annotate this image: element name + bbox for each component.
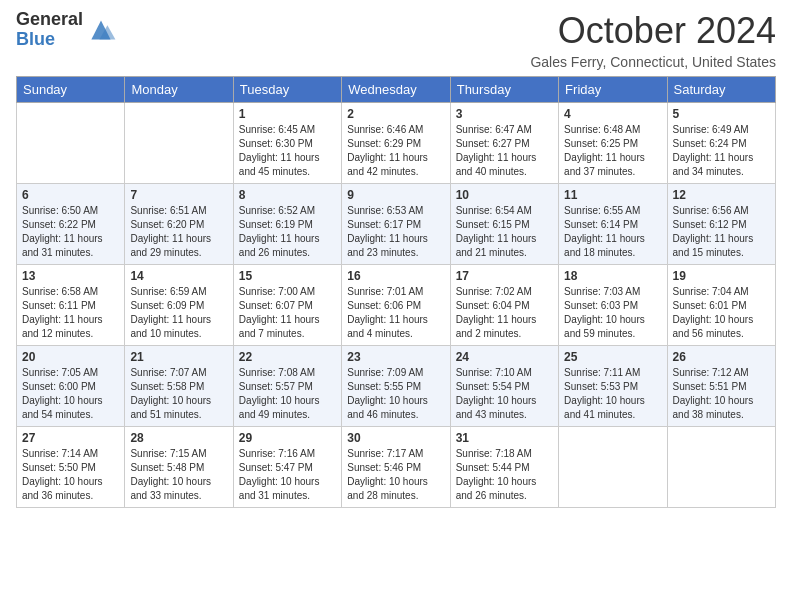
day-info: Sunrise: 7:14 AMSunset: 5:50 PMDaylight:… (22, 447, 119, 503)
day-info: Sunrise: 6:46 AMSunset: 6:29 PMDaylight:… (347, 123, 444, 179)
day-info: Sunrise: 7:09 AMSunset: 5:55 PMDaylight:… (347, 366, 444, 422)
day-number: 24 (456, 350, 553, 364)
day-number: 6 (22, 188, 119, 202)
calendar-cell: 29Sunrise: 7:16 AMSunset: 5:47 PMDayligh… (233, 427, 341, 508)
page-container: General Blue October 2024 Gales Ferry, C… (0, 0, 792, 508)
day-number: 27 (22, 431, 119, 445)
day-info: Sunrise: 6:59 AMSunset: 6:09 PMDaylight:… (130, 285, 227, 341)
day-number: 13 (22, 269, 119, 283)
day-number: 22 (239, 350, 336, 364)
calendar-cell: 9Sunrise: 6:53 AMSunset: 6:17 PMDaylight… (342, 184, 450, 265)
day-number: 11 (564, 188, 661, 202)
day-number: 30 (347, 431, 444, 445)
header: General Blue October 2024 Gales Ferry, C… (0, 0, 792, 76)
calendar-cell: 17Sunrise: 7:02 AMSunset: 6:04 PMDayligh… (450, 265, 558, 346)
calendar-cell: 12Sunrise: 6:56 AMSunset: 6:12 PMDayligh… (667, 184, 775, 265)
calendar-cell: 30Sunrise: 7:17 AMSunset: 5:46 PMDayligh… (342, 427, 450, 508)
day-number: 15 (239, 269, 336, 283)
day-number: 26 (673, 350, 770, 364)
calendar-cell (125, 103, 233, 184)
calendar-cell: 3Sunrise: 6:47 AMSunset: 6:27 PMDaylight… (450, 103, 558, 184)
day-info: Sunrise: 7:00 AMSunset: 6:07 PMDaylight:… (239, 285, 336, 341)
day-info: Sunrise: 7:04 AMSunset: 6:01 PMDaylight:… (673, 285, 770, 341)
day-info: Sunrise: 6:55 AMSunset: 6:14 PMDaylight:… (564, 204, 661, 260)
day-info: Sunrise: 7:15 AMSunset: 5:48 PMDaylight:… (130, 447, 227, 503)
day-number: 25 (564, 350, 661, 364)
calendar-cell: 6Sunrise: 6:50 AMSunset: 6:22 PMDaylight… (17, 184, 125, 265)
calendar-cell: 18Sunrise: 7:03 AMSunset: 6:03 PMDayligh… (559, 265, 667, 346)
day-number: 28 (130, 431, 227, 445)
day-number: 8 (239, 188, 336, 202)
day-number: 23 (347, 350, 444, 364)
day-info: Sunrise: 7:10 AMSunset: 5:54 PMDaylight:… (456, 366, 553, 422)
calendar-cell: 28Sunrise: 7:15 AMSunset: 5:48 PMDayligh… (125, 427, 233, 508)
calendar-cell: 24Sunrise: 7:10 AMSunset: 5:54 PMDayligh… (450, 346, 558, 427)
calendar-cell: 31Sunrise: 7:18 AMSunset: 5:44 PMDayligh… (450, 427, 558, 508)
title-section: October 2024 Gales Ferry, Connecticut, U… (530, 10, 776, 70)
calendar-cell (559, 427, 667, 508)
day-number: 16 (347, 269, 444, 283)
calendar-cell: 14Sunrise: 6:59 AMSunset: 6:09 PMDayligh… (125, 265, 233, 346)
day-header: Wednesday (342, 77, 450, 103)
logo-general: General (16, 10, 83, 30)
day-info: Sunrise: 7:01 AMSunset: 6:06 PMDaylight:… (347, 285, 444, 341)
day-info: Sunrise: 6:58 AMSunset: 6:11 PMDaylight:… (22, 285, 119, 341)
calendar-cell: 1Sunrise: 6:45 AMSunset: 6:30 PMDaylight… (233, 103, 341, 184)
day-info: Sunrise: 6:47 AMSunset: 6:27 PMDaylight:… (456, 123, 553, 179)
day-info: Sunrise: 6:52 AMSunset: 6:19 PMDaylight:… (239, 204, 336, 260)
calendar-cell: 21Sunrise: 7:07 AMSunset: 5:58 PMDayligh… (125, 346, 233, 427)
month-title: October 2024 (530, 10, 776, 52)
day-number: 5 (673, 107, 770, 121)
day-number: 31 (456, 431, 553, 445)
day-number: 20 (22, 350, 119, 364)
calendar-cell: 8Sunrise: 6:52 AMSunset: 6:19 PMDaylight… (233, 184, 341, 265)
calendar-table: SundayMondayTuesdayWednesdayThursdayFrid… (16, 76, 776, 508)
day-number: 21 (130, 350, 227, 364)
calendar-cell: 7Sunrise: 6:51 AMSunset: 6:20 PMDaylight… (125, 184, 233, 265)
calendar-cell: 13Sunrise: 6:58 AMSunset: 6:11 PMDayligh… (17, 265, 125, 346)
logo-icon (85, 14, 117, 46)
logo-text: General Blue (16, 10, 83, 50)
calendar-cell: 27Sunrise: 7:14 AMSunset: 5:50 PMDayligh… (17, 427, 125, 508)
calendar-cell: 22Sunrise: 7:08 AMSunset: 5:57 PMDayligh… (233, 346, 341, 427)
logo: General Blue (16, 10, 117, 50)
day-header: Sunday (17, 77, 125, 103)
day-number: 3 (456, 107, 553, 121)
day-number: 17 (456, 269, 553, 283)
day-info: Sunrise: 7:11 AMSunset: 5:53 PMDaylight:… (564, 366, 661, 422)
day-number: 4 (564, 107, 661, 121)
calendar-cell: 16Sunrise: 7:01 AMSunset: 6:06 PMDayligh… (342, 265, 450, 346)
day-info: Sunrise: 6:45 AMSunset: 6:30 PMDaylight:… (239, 123, 336, 179)
day-info: Sunrise: 6:53 AMSunset: 6:17 PMDaylight:… (347, 204, 444, 260)
day-header: Thursday (450, 77, 558, 103)
day-info: Sunrise: 7:02 AMSunset: 6:04 PMDaylight:… (456, 285, 553, 341)
day-info: Sunrise: 7:07 AMSunset: 5:58 PMDaylight:… (130, 366, 227, 422)
calendar-cell: 19Sunrise: 7:04 AMSunset: 6:01 PMDayligh… (667, 265, 775, 346)
day-header: Friday (559, 77, 667, 103)
calendar-cell: 10Sunrise: 6:54 AMSunset: 6:15 PMDayligh… (450, 184, 558, 265)
calendar-cell: 4Sunrise: 6:48 AMSunset: 6:25 PMDaylight… (559, 103, 667, 184)
day-info: Sunrise: 7:16 AMSunset: 5:47 PMDaylight:… (239, 447, 336, 503)
calendar-cell: 15Sunrise: 7:00 AMSunset: 6:07 PMDayligh… (233, 265, 341, 346)
day-number: 10 (456, 188, 553, 202)
logo-blue: Blue (16, 30, 83, 50)
day-info: Sunrise: 7:03 AMSunset: 6:03 PMDaylight:… (564, 285, 661, 341)
day-info: Sunrise: 6:56 AMSunset: 6:12 PMDaylight:… (673, 204, 770, 260)
calendar-cell (17, 103, 125, 184)
location: Gales Ferry, Connecticut, United States (530, 54, 776, 70)
day-info: Sunrise: 6:51 AMSunset: 6:20 PMDaylight:… (130, 204, 227, 260)
day-number: 2 (347, 107, 444, 121)
day-info: Sunrise: 6:48 AMSunset: 6:25 PMDaylight:… (564, 123, 661, 179)
day-number: 19 (673, 269, 770, 283)
day-number: 29 (239, 431, 336, 445)
calendar-cell: 23Sunrise: 7:09 AMSunset: 5:55 PMDayligh… (342, 346, 450, 427)
calendar-cell: 20Sunrise: 7:05 AMSunset: 6:00 PMDayligh… (17, 346, 125, 427)
day-info: Sunrise: 7:12 AMSunset: 5:51 PMDaylight:… (673, 366, 770, 422)
day-number: 14 (130, 269, 227, 283)
calendar-cell: 25Sunrise: 7:11 AMSunset: 5:53 PMDayligh… (559, 346, 667, 427)
calendar-cell: 11Sunrise: 6:55 AMSunset: 6:14 PMDayligh… (559, 184, 667, 265)
day-header: Monday (125, 77, 233, 103)
calendar-cell: 2Sunrise: 6:46 AMSunset: 6:29 PMDaylight… (342, 103, 450, 184)
calendar-cell: 26Sunrise: 7:12 AMSunset: 5:51 PMDayligh… (667, 346, 775, 427)
calendar-cell: 5Sunrise: 6:49 AMSunset: 6:24 PMDaylight… (667, 103, 775, 184)
